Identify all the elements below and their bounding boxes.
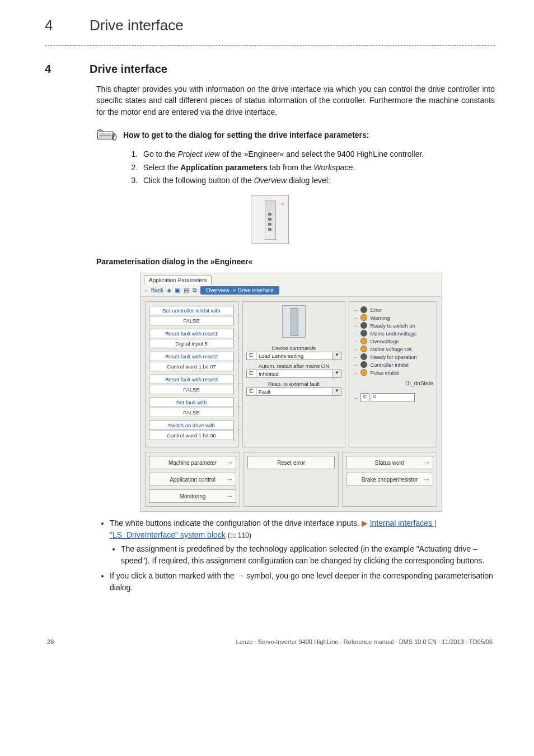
dn-state-field: →C0: [353, 393, 433, 402]
dropdown-icon[interactable]: ▼: [333, 388, 341, 396]
led-warning-label: Warning: [370, 315, 390, 321]
step-3-em: Overview: [254, 176, 287, 185]
tab-bar: Application Parameters: [140, 273, 442, 284]
label-auto-restart: Autom. restart after mains ON: [259, 363, 329, 369]
howto-caption: How to get to the dialog for setting the…: [123, 130, 369, 139]
label-device-commands: Device commands: [272, 345, 316, 351]
input-switch-on-value[interactable]: Control word 1 bit 00: [149, 431, 234, 440]
led-mains-uv: [360, 330, 367, 337]
note-1-sub: The assignment is predefined by the tech…: [121, 543, 495, 567]
dn-state-value: 0: [372, 393, 415, 402]
btn-monitoring[interactable]: Monitoring→: [149, 489, 236, 503]
input-reset1[interactable]: Reset fault with reset1: [149, 329, 234, 338]
btn-brake-chopper[interactable]: Brake chopper/resistor→: [346, 473, 433, 486]
led-mains-ok: [360, 346, 367, 352]
led-overvoltage-label: Overvoltage: [370, 338, 399, 344]
btn-machine-parameter[interactable]: Machine parameter→: [149, 456, 236, 469]
led-pulse-inhibit-label: Pulse inhibit: [370, 370, 399, 376]
input-set-fault-value[interactable]: FALSE: [149, 408, 234, 417]
back-button[interactable]: ← Back: [144, 287, 163, 293]
input-controller-inhibit-value[interactable]: FALSE: [149, 316, 234, 325]
device-icon: [282, 305, 306, 338]
select-device-commands[interactable]: CLoad Lenze setting▼: [246, 352, 341, 360]
step-2-text-c: .: [353, 163, 355, 172]
led-warning: [360, 314, 367, 321]
divider: [45, 45, 495, 46]
input-controller-inhibit[interactable]: Set controller inhibit with: [149, 306, 234, 315]
select-auto-restart[interactable]: CInhibited▼: [246, 370, 341, 378]
overview-button-icon: →: [251, 195, 289, 244]
step-1: Go to the Project view of the »Engineer«…: [140, 148, 495, 161]
toolbar-icon-1[interactable]: ◈: [167, 287, 171, 294]
button-col-left: Machine parameter→ Application control→ …: [145, 452, 240, 507]
go-arrow-icon: →: [226, 458, 233, 467]
tab-application-parameters[interactable]: Application Parameters: [144, 276, 212, 284]
input-reset3-value[interactable]: FALSE: [149, 385, 234, 394]
btn-reset-error[interactable]: Reset error: [247, 456, 335, 469]
led-overvoltage: [360, 338, 367, 344]
toolbar: ← Back ◈ ▣ ▤ ⧉ Overview -> Drive interfa…: [140, 284, 442, 297]
input-set-fault[interactable]: Set fault with: [149, 398, 234, 407]
led-pulse-inhibit: [360, 369, 367, 376]
chapter-title: Drive interface: [90, 63, 167, 76]
btn-machine-parameter-label: Machine parameter: [168, 460, 217, 466]
btn-application-control[interactable]: Application control→: [149, 473, 236, 486]
input-switch-on[interactable]: Switch on drive with: [149, 421, 234, 430]
input-reset1-value[interactable]: Digital input 5: [149, 339, 234, 348]
back-label: Back: [151, 287, 163, 293]
go-arrow-icon: →: [226, 475, 233, 484]
go-arrow-icon: →: [226, 492, 233, 501]
status-panel: →Error →Warning →Ready to switch on →Mai…: [349, 301, 437, 447]
led-error-label: Error: [370, 307, 382, 313]
dropdown-icon[interactable]: ▼: [333, 352, 341, 360]
btn-monitoring-label: Monitoring: [180, 493, 206, 500]
go-arrow-icon: →: [423, 458, 430, 467]
button-col-right: Status word→ Brake chopper/resistor→: [342, 452, 437, 507]
select-ext-fault[interactable]: CFault▼: [246, 388, 341, 396]
chapter-number: 4: [45, 63, 62, 76]
select-ext-fault-value: Fault: [256, 388, 333, 396]
dropdown-icon[interactable]: ▼: [333, 370, 341, 378]
step-3-text-a: Click the following button of the: [143, 176, 254, 185]
page-ref-num: 110): [236, 531, 251, 539]
led-ctrl-inhibit: [360, 361, 367, 368]
btn-reset-error-label: Reset error: [277, 460, 305, 466]
chapter-heading: 4 Drive interface: [45, 63, 495, 76]
page-footer: 28 Lenze · Servo-Inverter 9400 HighLine …: [45, 638, 495, 645]
note-2: If you click a button marked with the → …: [110, 570, 495, 594]
steps-list: Go to the Project view of the »Engineer«…: [118, 148, 495, 188]
toolbar-icon-2[interactable]: ▣: [175, 287, 180, 294]
note-1: The white buttons indicate the configura…: [110, 517, 495, 567]
go-arrow-icon: →: [423, 475, 430, 484]
arrow-icon: →: [276, 198, 286, 210]
btn-status-word-label: Status word: [375, 460, 405, 466]
input-reset3[interactable]: Reset fault with reset3: [149, 375, 234, 384]
input-reset2[interactable]: Reset fault with reset2: [149, 352, 234, 361]
led-ready-op: [360, 353, 367, 360]
intro-paragraph: This chapter provides you with informati…: [96, 83, 495, 118]
btn-status-word[interactable]: Status word→: [346, 456, 433, 469]
breadcrumb: Overview -> Drive interface: [200, 286, 279, 295]
input-reset2-value[interactable]: Control word 1 bit 07: [149, 362, 234, 371]
led-ready-switch: [360, 322, 367, 329]
label-ext-fault: Resp. to external fault: [268, 381, 320, 387]
led-ctrl-inhibit-label: Controller inhibit: [370, 362, 409, 368]
led-ready-switch-label: Ready to switch on: [370, 323, 415, 329]
led-mains-uv-label: Mains undervoltage: [370, 330, 416, 337]
dn-state-label: DI_dnState: [353, 380, 433, 386]
footer-meta: Lenze · Servo-Inverter 9400 HighLine · R…: [236, 638, 493, 645]
link-arrow-icon: ▶: [362, 519, 368, 528]
toolbar-icon-4[interactable]: ⧉: [193, 287, 197, 294]
btn-brake-chopper-label: Brake chopper/resistor: [362, 477, 418, 483]
step-2-em: Workspace: [313, 163, 353, 172]
page-number: 28: [47, 638, 54, 645]
step-3: Click the following button of the Overvi…: [140, 174, 495, 188]
step-1-em: Project view: [177, 150, 219, 158]
running-head-number: 4: [45, 17, 56, 34]
toolbar-icon-3[interactable]: ▤: [184, 287, 189, 294]
step-2: Select the Application parameters tab fr…: [140, 161, 495, 175]
inputs-panel: Set controller inhibit withFALSE Reset f…: [145, 301, 239, 447]
select-auto-restart-value: Inhibited: [256, 370, 333, 378]
running-head: 4 Drive interface: [45, 17, 495, 34]
screenshot-caption: Parameterisation dialog in the »Engineer…: [96, 257, 495, 266]
